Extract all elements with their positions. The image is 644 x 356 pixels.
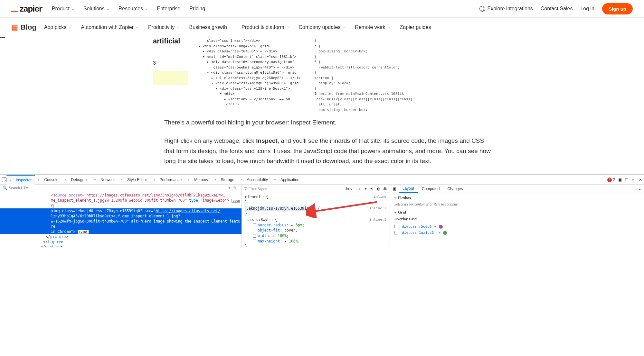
add-node-icon[interactable]: + xyxy=(228,186,231,190)
html-search-input[interactable] xyxy=(9,186,228,190)
grid-heading[interactable]: ▾Grid xyxy=(394,210,639,215)
more-icon[interactable]: ⋯ xyxy=(632,178,636,182)
css-rule[interactable]: inline:1.css-s78xyh ⦂ {border-radius: ▸ … xyxy=(245,217,386,247)
fig-highlight-box xyxy=(153,71,188,85)
chevron-down-icon: ⌄ xyxy=(177,25,180,29)
blognav-app-picks[interactable]: App picks ⌄ xyxy=(44,24,71,30)
html-line[interactable]: lzny33ho1g45/6tl0bR7Iksg9zLxaLY…ome_insp… xyxy=(0,214,242,219)
tab-accessibility[interactable]: ▫Accessibility xyxy=(238,175,271,185)
side-tab-layout[interactable]: Layout xyxy=(399,185,418,193)
zapier-logo[interactable]: zapier ■ xyxy=(11,4,43,14)
explore-integrations-link[interactable]: Explore integrations xyxy=(479,6,533,12)
tab-application[interactable]: ▫Application xyxy=(271,175,303,185)
accessibility-icon: ▫ xyxy=(241,178,245,182)
blognav-company-updates[interactable]: Company updates ⌄ xyxy=(299,24,346,30)
nav-pricing[interactable]: Pricing xyxy=(189,6,205,12)
nav-enterprise[interactable]: Enterprise xyxy=(157,6,180,12)
fig-devtools-html: class="css-1hxsrt"></div> ▾ <div class="… xyxy=(195,37,311,105)
blog-logo[interactable]: ▤ Blog xyxy=(11,23,36,32)
chevron-down-icon: ⌄ xyxy=(71,7,74,11)
nav-solutions[interactable]: Solutions ⌄ xyxy=(83,6,109,12)
html-line[interactable]: </section> xyxy=(0,244,242,247)
console-icon: ▫ xyxy=(38,178,43,182)
blognav-zapier-guides[interactable]: Zapier guides xyxy=(400,24,431,30)
side-tab-icon[interactable]: ▣ xyxy=(390,187,399,191)
tab-inspector[interactable]: ▫Inspector xyxy=(6,175,35,185)
chevron-down-icon: ⌄ xyxy=(229,25,232,29)
tab-console[interactable]: ▫Console xyxy=(35,175,62,185)
pick-element-icon[interactable]: ↖ xyxy=(2,178,6,182)
signup-button[interactable]: Sign up xyxy=(602,3,633,14)
styles-filter-input[interactable] xyxy=(249,187,293,191)
cls-toggle[interactable]: .cls xyxy=(355,187,361,191)
html-pane: 🔍 + ✎ <source srcset="https://images.ctf… xyxy=(0,185,242,247)
side-tab-computed[interactable]: Computed xyxy=(418,185,443,193)
html-search[interactable]: 🔍 + ✎ xyxy=(0,185,242,191)
css-rule[interactable]: inline:2.eknojd0.css-s78xyh.e16539iq0 ⦂ … xyxy=(245,206,386,216)
nav-product[interactable]: Product ⌄ xyxy=(52,6,74,12)
blognav-automation-with-zapier[interactable]: Automation with Zapier ⌄ xyxy=(81,24,138,30)
blog-icon: ▤ xyxy=(11,23,18,32)
style editor-icon: ▫ xyxy=(121,178,126,182)
blognav-business-growth[interactable]: Business growth ⌄ xyxy=(189,24,232,30)
css-rule[interactable]: inlineelement ⦂ {} xyxy=(245,194,386,205)
new-rule-icon[interactable]: + xyxy=(365,187,367,191)
globe-icon xyxy=(479,6,485,12)
styles-pane: ▽ :hov .cls + ☀ ◐ 🖶 inlineelement ⦂ {}in… xyxy=(242,185,390,247)
article-body: artificial 3 class="css-1hxsrt"></div> ▾… xyxy=(142,37,502,166)
html-line[interactable]: </figure> xyxy=(0,239,242,244)
html-line[interactable]: me_inspect_element_1.jpg?w=1520&fm=webp&… xyxy=(0,198,242,208)
target-icon[interactable]: ⌖ xyxy=(434,224,436,229)
chevron-down-icon[interactable]: ⌄ xyxy=(638,187,644,191)
chevron-down-icon: ⌄ xyxy=(145,7,148,11)
nav-resources[interactable]: Resources ⌄ xyxy=(118,6,148,12)
eyedropper-icon[interactable]: ✎ xyxy=(233,186,236,190)
article-paragraph-2: Right-click on any webpage, click Inspec… xyxy=(164,136,491,166)
performance-icon: ▫ xyxy=(153,178,158,182)
tab-storage[interactable]: ▫Storage xyxy=(212,175,238,185)
light-mode-icon[interactable]: ☀ xyxy=(370,187,374,191)
overlay-grid-item[interactable]: div.css-r5o6q6 ⌖ xyxy=(394,224,639,230)
blognav-remote-work[interactable]: Remote work ⌄ xyxy=(355,24,390,30)
contact-sales-link[interactable]: Contact Sales xyxy=(541,6,573,12)
top-nav-menu: Product ⌄Solutions ⌄Resources ⌄Enterpris… xyxy=(52,6,205,12)
fig-list-number: 3 xyxy=(153,60,195,66)
tab-performance[interactable]: ▫Performance xyxy=(150,175,185,185)
login-link[interactable]: Log in xyxy=(580,6,594,12)
fig-devtools-styles: } * { box-sizing: border-box; } * { -web… xyxy=(311,37,404,105)
overlay-grid-item[interactable]: div.css-1uajpc3- ⌖ xyxy=(394,230,639,236)
tab-debugger[interactable]: ▫Debugger xyxy=(62,175,91,185)
flexbox-heading[interactable]: ▾Flexbox xyxy=(394,196,639,200)
close-devtools-icon[interactable]: ✕ xyxy=(639,178,642,182)
storage-icon: ▫ xyxy=(215,178,219,182)
html-tree[interactable]: <source srcset="https://images.ctfassets… xyxy=(0,191,242,247)
chevron-down-icon: ⌄ xyxy=(387,25,390,29)
memory-icon: ▫ xyxy=(188,178,193,182)
tab-network[interactable]: ▫Network xyxy=(91,175,118,185)
responsive-mode-icon[interactable]: ▣ xyxy=(618,178,622,182)
tab-memory[interactable]: ▫Memory xyxy=(185,175,211,185)
top-nav: zapier ■ Product ⌄Solutions ⌄Resources ⌄… xyxy=(0,0,644,18)
html-line[interactable]: in Chrome"> event xyxy=(0,229,242,234)
reading-progress xyxy=(0,37,5,38)
print-icon[interactable]: 🖶 xyxy=(383,187,387,191)
html-line[interactable]: <source srcset="https://images.ctfassets… xyxy=(0,193,242,198)
flexbox-message: Select a Flex container or item to conti… xyxy=(394,202,639,206)
hov-toggle[interactable]: :hov xyxy=(345,187,352,191)
html-line[interactable]: <img class="eknojd0 css-s78xyh e16539iq0… xyxy=(0,208,242,214)
html-line[interactable]: </picture> xyxy=(0,234,242,239)
blognav-product-&-platform[interactable]: Product & platform ⌄ xyxy=(242,24,289,30)
styles-filter[interactable]: ▽ xyxy=(244,187,342,191)
styles-rules[interactable]: inlineelement ⦂ {}inline:2.eknojd0.css-s… xyxy=(242,193,390,247)
target-icon[interactable]: ⌖ xyxy=(439,231,440,235)
error-count[interactable]: ! 2 xyxy=(607,178,615,182)
dock-icon[interactable]: ❐ xyxy=(625,178,629,182)
tab-style-editor[interactable]: ▫Style Editor xyxy=(118,175,150,185)
blognav-productivity[interactable]: Productivity ⌄ xyxy=(148,24,180,30)
blog-nav: ▤ Blog App picks ⌄Automation with Zapier… xyxy=(0,18,644,37)
hero-figure: artificial 3 class="css-1hxsrt"></div> ▾… xyxy=(153,37,491,105)
side-tab-changes[interactable]: Changes xyxy=(443,185,467,193)
contrast-icon[interactable]: ◐ xyxy=(377,187,380,191)
html-line[interactable]: w=1520&fm=jpg&q=30&fit=thumb&h=760" alt=… xyxy=(0,219,242,229)
fig-heading-fragment: artificial xyxy=(153,37,195,45)
